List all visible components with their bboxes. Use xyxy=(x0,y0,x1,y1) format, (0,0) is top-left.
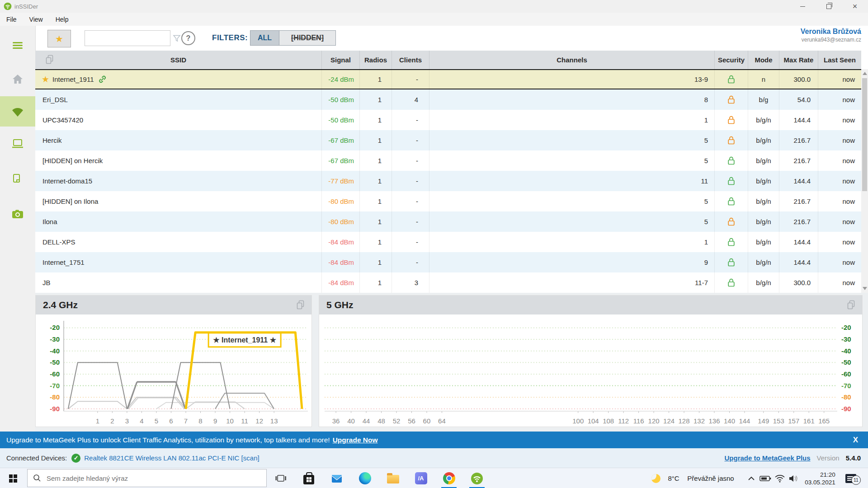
scroll-up-icon[interactable] xyxy=(863,72,867,75)
taskbar-file-explorer[interactable] xyxy=(382,468,403,488)
column-header-signal[interactable]: Signal xyxy=(321,51,359,69)
cell-clients: - xyxy=(392,150,429,171)
cell-signal: -80 dBm xyxy=(321,211,359,232)
table-row-eri-dsl[interactable]: Eri_DSL-50 dBm148b/g54.0now xyxy=(35,89,861,110)
cell-max_rate: 144.4 xyxy=(779,232,818,252)
tray-volume[interactable] xyxy=(787,468,800,488)
column-header-ssid[interactable]: SSID xyxy=(35,51,321,69)
table-row-ilona[interactable]: Ilona-80 dBm1-5b/g/n216.7now xyxy=(35,211,861,232)
x-tick-label: 48 xyxy=(377,417,385,425)
help-button[interactable]: ? xyxy=(181,31,195,45)
tray-expand-button[interactable] xyxy=(745,468,758,488)
x-tick-label: 40 xyxy=(347,417,355,425)
sidebar-hamburger-menu-icon[interactable] xyxy=(0,32,35,58)
upgrade-metageek-link[interactable]: Upgrade to MetaGeek Plus xyxy=(725,454,811,462)
x-tick-label: 36 xyxy=(332,417,340,425)
x-tick-label: 11 xyxy=(241,417,248,425)
column-header-radios[interactable]: Radios xyxy=(359,51,392,69)
column-header-channels[interactable]: Channels xyxy=(429,51,714,69)
taskbar-alza-app[interactable]: /A xyxy=(410,468,431,488)
cell-max_rate: 216.7 xyxy=(779,130,818,150)
cell-security xyxy=(714,232,748,252)
battery-icon xyxy=(760,475,771,482)
taskbar-inssider[interactable] xyxy=(467,468,487,488)
task-view-icon xyxy=(275,474,287,483)
copy-chart-2-4ghz-icon[interactable] xyxy=(296,300,305,312)
taskbar-chrome[interactable] xyxy=(439,468,459,488)
table-row-jb[interactable]: JB-84 dBm1311-7b/g/n300.0now xyxy=(35,272,861,293)
sidebar-item-access-points[interactable] xyxy=(0,166,35,192)
cell-max_rate: 300.0 xyxy=(779,70,818,89)
minimize-button[interactable] xyxy=(789,0,816,13)
y-tick-label: -70 xyxy=(50,382,60,389)
cell-channels: 13-9 xyxy=(429,70,714,89)
table-row-internet-1911[interactable]: ★Internet_1911-24 dBm1-13-9n300.0now xyxy=(35,69,861,89)
table-row-internet-doma15[interactable]: Internet-doma15-77 dBm1-11b/g/n144.4now xyxy=(35,171,861,191)
tray-wifi[interactable] xyxy=(773,468,787,488)
menu-file[interactable]: File xyxy=(0,16,23,23)
cell-mode: b/g xyxy=(748,89,779,110)
panel-title-5ghz: 5 GHz xyxy=(326,300,354,310)
banner-close-button[interactable]: X xyxy=(853,436,858,445)
cell-signal: -84 dBm xyxy=(321,272,359,293)
filter-all-button[interactable]: ALL xyxy=(250,30,279,46)
restore-button[interactable] xyxy=(816,0,842,13)
ssid-search-box[interactable] xyxy=(85,30,170,46)
tray-battery[interactable] xyxy=(759,468,772,488)
cell-radios: 1 xyxy=(359,130,392,150)
taskbar-store[interactable] xyxy=(298,468,319,488)
table-row--hidden-on-hercik[interactable]: [HIDDEN] on Hercik-67 dBm1-5b/g/n216.7no… xyxy=(35,150,861,171)
weather-temperature[interactable]: 8°C xyxy=(665,468,683,488)
close-button[interactable]: × xyxy=(842,0,868,13)
table-row-internet-1751[interactable]: Internet_1751-84 dBm1-9b/g/n144.4now xyxy=(35,252,861,272)
menu-view[interactable]: View xyxy=(23,16,49,23)
taskbar-edge[interactable] xyxy=(354,468,375,488)
favorites-filter-button[interactable]: ★ xyxy=(47,30,71,47)
column-header-max-rate[interactable]: Max Rate xyxy=(779,51,818,69)
notification-center-button[interactable]: 11 xyxy=(842,468,860,488)
adapter-link[interactable]: Realtek 8821CE Wireless LAN 802.11ac PCI… xyxy=(84,454,259,462)
cell-max_rate: 216.7 xyxy=(779,211,818,232)
weather-description[interactable]: Převážně jasno xyxy=(684,468,738,488)
cell-ssid: Internet-doma15 xyxy=(35,171,321,191)
cell-clients: - xyxy=(392,252,429,272)
cell-ssid: ★Internet_1911 xyxy=(35,70,321,89)
upgrade-now-link[interactable]: Upgrade Now xyxy=(333,436,378,444)
table-row-upc3457420[interactable]: UPC3457420-50 dBm1-1b/g/n144.4now xyxy=(35,110,861,130)
sidebar-item-snapshot[interactable] xyxy=(0,201,35,227)
start-button[interactable] xyxy=(4,468,23,488)
cell-security xyxy=(714,211,748,232)
taskbar-search-box[interactable] xyxy=(27,469,267,487)
cell-channels: 5 xyxy=(429,211,714,232)
sidebar-item-networks[interactable] xyxy=(0,96,35,127)
weather-icon[interactable] xyxy=(651,468,661,488)
ssid-label: [HIDDEN] on Hercik xyxy=(42,157,103,164)
menu-help[interactable]: Help xyxy=(49,16,75,23)
cell-signal: -84 dBm xyxy=(321,252,359,272)
y-tick-label: -80 xyxy=(841,393,851,401)
table-row--hidden-on-ilona[interactable]: [HIDDEN] on Ilona-80 dBm1-5b/g/n216.7now xyxy=(35,191,861,211)
filter-hidden-button[interactable]: [HIDDEN] xyxy=(279,30,336,46)
task-view-button[interactable] xyxy=(270,468,291,488)
copy-chart-5ghz-icon[interactable] xyxy=(847,300,856,312)
scroll-down-icon[interactable] xyxy=(863,287,867,290)
tray-clock[interactable]: 21:20 03.05.2021 xyxy=(801,468,839,488)
table-scrollbar[interactable] xyxy=(861,69,868,293)
column-header-clients[interactable]: Clients xyxy=(392,51,429,69)
sidebar-item-clients[interactable] xyxy=(0,131,35,157)
copy-table-icon[interactable] xyxy=(45,55,54,67)
table-row-dell-xps[interactable]: DELL-XPS-84 dBm1-1b/g/n144.4now xyxy=(35,232,861,252)
column-header-security[interactable]: Security xyxy=(714,51,748,69)
sidebar-item-home[interactable] xyxy=(0,66,35,92)
y-tick-label: -40 xyxy=(50,347,60,355)
table-row-hercik[interactable]: Hercik-67 dBm1-5b/g/n216.7now xyxy=(35,130,861,150)
taskbar-search-input[interactable] xyxy=(46,474,266,483)
alza-app-icon: /A xyxy=(415,472,427,484)
taskbar-mail[interactable] xyxy=(326,468,347,488)
series--hidden-on-ilona xyxy=(128,398,184,409)
cell-channels: 9 xyxy=(429,252,714,272)
column-header-mode[interactable]: Mode xyxy=(748,51,779,69)
ssid-search-input[interactable] xyxy=(85,35,172,42)
column-header-last-seen[interactable]: Last Seen xyxy=(818,51,861,69)
scrollbar-thumb[interactable] xyxy=(862,78,867,191)
